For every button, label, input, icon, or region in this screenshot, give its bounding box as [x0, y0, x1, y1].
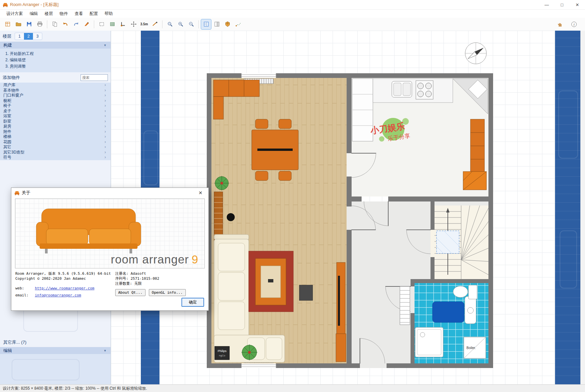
- category-label: 桌子: [3, 109, 11, 114]
- floor-plan[interactable]: Boiler.: [207, 73, 493, 368]
- new-plan-button[interactable]: [3, 19, 13, 29]
- close-button[interactable]: ✕: [570, 0, 585, 9]
- menu-floors[interactable]: 楼层: [42, 10, 56, 18]
- sidebar-item-cabinets[interactable]: 橱柜: [0, 98, 111, 104]
- insert-table-button[interactable]: [107, 19, 117, 29]
- toolbar-separator: [198, 20, 199, 28]
- split-view-button[interactable]: [212, 19, 222, 29]
- open-button[interactable]: [13, 19, 23, 29]
- coffee-table[interactable]: [255, 258, 286, 305]
- sidebar-item-other[interactable]: 其它: [0, 145, 111, 150]
- toilet[interactable]: [453, 286, 468, 297]
- other-libraries-link[interactable]: 其它库... (7): [0, 339, 111, 346]
- floor-tab-2[interactable]: 2: [24, 33, 33, 40]
- dining-chair[interactable]: [279, 171, 291, 181]
- app-sofa-icon: [14, 190, 20, 196]
- floor-tab-3[interactable]: 3: [33, 33, 42, 40]
- website-link[interactable]: http://www.roomarranger.com: [35, 286, 95, 290]
- side-cabinet[interactable]: [213, 97, 223, 119]
- menu-view[interactable]: 查看: [72, 10, 86, 18]
- split-view-icon: [214, 21, 220, 27]
- email-link[interactable]: info@roomarranger.com: [35, 293, 81, 297]
- maximize-button[interactable]: □: [554, 0, 570, 9]
- sidebar-item-bedroom[interactable]: 卧室: [0, 119, 111, 124]
- menu-config[interactable]: 配置: [87, 10, 101, 18]
- redo-button[interactable]: [71, 19, 81, 29]
- sidebar-item-chairs[interactable]: 椅子: [0, 103, 111, 109]
- move-button[interactable]: [129, 19, 139, 29]
- about-qt-button[interactable]: About Qt...: [115, 289, 146, 296]
- corner-snap-button[interactable]: [118, 19, 128, 29]
- zoom-in-icon: [178, 21, 183, 27]
- category-label: 楼梯: [3, 134, 11, 140]
- view-2d-button[interactable]: [201, 19, 211, 29]
- search-input[interactable]: [81, 74, 108, 81]
- shelf-unit[interactable]: [214, 192, 223, 241]
- floor-lamp[interactable]: [227, 213, 235, 221]
- minimize-button[interactable]: —: [539, 0, 554, 9]
- sidebar-item-kitchen[interactable]: 厨房: [0, 124, 111, 129]
- bathroom-sink[interactable]: [465, 296, 476, 324]
- vertical-scrollbar[interactable]: [580, 31, 585, 385]
- zoom-window-button[interactable]: [165, 19, 175, 29]
- menu-objects[interactable]: 物件: [57, 10, 71, 18]
- build-step-new-project[interactable]: 1. 开始新的工程: [0, 51, 111, 57]
- dining-chair[interactable]: [255, 171, 268, 181]
- walkthrough-button[interactable]: [233, 19, 243, 29]
- category-label: 其它: [3, 145, 11, 150]
- wall-cabinet[interactable]: [213, 80, 259, 97]
- paste-button[interactable]: [50, 19, 60, 29]
- stove[interactable]: [416, 81, 433, 99]
- floors-label: 楼层: [3, 33, 11, 39]
- sidebar-item-doors-windows[interactable]: 门口和窗户: [0, 93, 111, 98]
- low-cabinet[interactable]: [336, 334, 346, 362]
- build-step-edit-walls[interactable]: 2. 编辑墙壁: [0, 57, 111, 63]
- zoom-out-button[interactable]: [186, 19, 196, 29]
- shower-tray[interactable]: [415, 327, 443, 357]
- sidebar-item-garden[interactable]: 花园: [0, 140, 111, 145]
- draw-wall-button[interactable]: [150, 19, 160, 29]
- dining-chair[interactable]: [279, 119, 291, 129]
- paint-button[interactable]: [82, 19, 92, 29]
- sidebar-item-tables[interactable]: 桌子: [0, 109, 111, 114]
- kitchen-counter[interactable]: [373, 79, 453, 103]
- about-dialog-close-button[interactable]: ✕: [195, 188, 205, 198]
- about-dialog-titlebar: 关于 ✕: [11, 188, 208, 198]
- menu-design[interactable]: 设计方案: [3, 10, 26, 18]
- edit-section-header[interactable]: 编辑: [0, 347, 111, 354]
- fireplace-box[interactable]: [299, 285, 313, 300]
- pan-hand-button[interactable]: [555, 19, 565, 29]
- sidebar-ghost-shape: [12, 359, 80, 380]
- save-floppy-icon: [26, 21, 32, 27]
- philips-label: Philips: [218, 349, 227, 353]
- dining-chair[interactable]: [255, 119, 268, 129]
- sidebar-item-stairs[interactable]: 楼梯: [0, 134, 111, 140]
- sidebar-item-symbols[interactable]: 符号: [0, 155, 111, 160]
- ok-button[interactable]: 确定: [181, 298, 204, 307]
- sidebar-item-user-library[interactable]: 用户库: [0, 83, 111, 88]
- build-step-adjust-rooms[interactable]: 3. 房间调整: [0, 63, 111, 70]
- build-section-header[interactable]: 构建: [0, 42, 111, 49]
- measure-button[interactable]: 3.5m: [139, 19, 149, 29]
- select-area-button[interactable]: [97, 19, 107, 29]
- opengl-info-button[interactable]: OpenGL info...: [149, 289, 186, 296]
- print-button[interactable]: [35, 19, 45, 29]
- undo-button[interactable]: [60, 19, 70, 29]
- sidebar-item-basic-objects[interactable]: 基本物件: [0, 88, 111, 93]
- about-info-button[interactable]: i: [569, 19, 579, 29]
- compass-rose: [464, 42, 487, 65]
- save-button[interactable]: [24, 19, 34, 29]
- towel-radiator[interactable]: [400, 286, 410, 325]
- tv-cabinet[interactable]: [337, 262, 345, 338]
- menu-help[interactable]: 帮助: [102, 10, 116, 18]
- speaker-box[interactable]: Philips ngCo: [215, 346, 229, 360]
- sidebar-item-bathroom[interactable]: 浴室: [0, 114, 111, 119]
- brand-version: 9: [192, 253, 198, 266]
- view-3d-button[interactable]: [222, 19, 232, 29]
- floor-tab-1[interactable]: 1: [15, 33, 24, 40]
- zoom-in-button[interactable]: [175, 19, 185, 29]
- bathtub[interactable]: [433, 302, 464, 322]
- menu-edit[interactable]: 编辑: [27, 10, 41, 18]
- sidebar-item-accessories[interactable]: 附件: [0, 129, 111, 135]
- sidebar-item-other-3d[interactable]: 其它3D造型: [0, 150, 111, 155]
